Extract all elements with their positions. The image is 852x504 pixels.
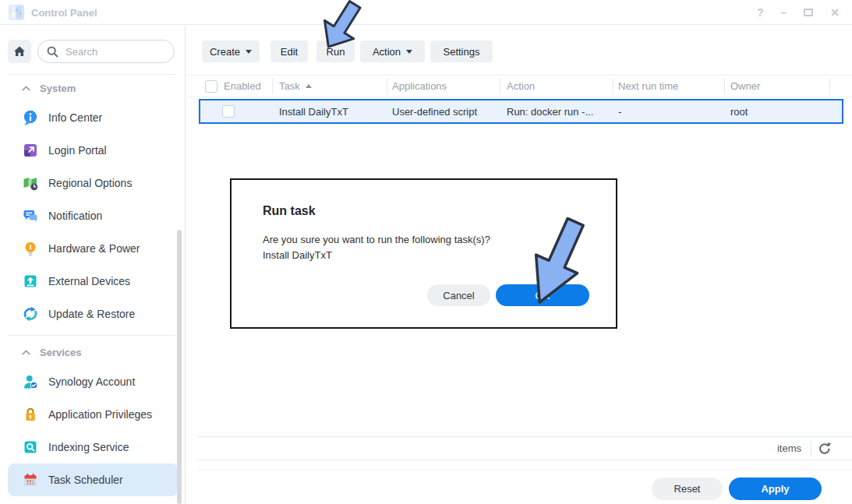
calendar-icon — [22, 471, 39, 488]
sidebar-item-label: Login Portal — [48, 144, 107, 157]
sidebar-divider — [8, 335, 175, 336]
index-search-icon — [22, 439, 39, 456]
chat-bubbles-icon — [22, 207, 39, 224]
help-icon[interactable]: ? — [757, 6, 764, 19]
select-all-checkbox[interactable] — [205, 80, 217, 93]
padlock-icon — [22, 406, 39, 423]
table-row[interactable]: Install DailyTxT User-defined script Run… — [199, 99, 843, 124]
sidebar-item-label: Synology Account — [48, 375, 135, 388]
sidebar-item-application-privileges[interactable]: Application Privileges — [8, 398, 178, 431]
row-owner-cell: root — [730, 106, 748, 118]
row-applications-cell: User-defined script — [392, 106, 477, 118]
column-task[interactable]: Task — [273, 78, 387, 94]
row-next-run-cell: - — [618, 106, 621, 118]
close-icon[interactable]: ✕ — [830, 6, 840, 19]
sidebar-item-hardware-power[interactable]: Hardware & Power — [8, 232, 178, 265]
sidebar-item-login-portal[interactable]: Login Portal — [8, 134, 178, 167]
sidebar-item-external-devices[interactable]: External Devices — [8, 265, 178, 298]
column-label: Owner — [730, 80, 760, 92]
row-action-cell: Run: docker run -... — [507, 106, 593, 118]
refresh-icon[interactable] — [818, 442, 832, 456]
control-panel-icon — [8, 4, 25, 21]
create-button[interactable]: Create — [202, 41, 260, 62]
window-title: Control Panel — [31, 7, 97, 19]
lightbulb-icon — [22, 240, 39, 257]
home-button[interactable] — [8, 40, 31, 63]
sidebar-item-label: Application Privileges — [48, 408, 152, 421]
settings-button[interactable]: Settings — [430, 41, 493, 62]
sidebar-scrollbar[interactable] — [177, 230, 182, 504]
sidebar: System Info Center Login Portal Regional… — [0, 26, 186, 504]
sidebar-item-regional-options[interactable]: Regional Options — [8, 167, 178, 199]
run-button[interactable]: Run — [316, 41, 355, 62]
sidebar-divider — [8, 74, 175, 75]
column-label: Next run time — [618, 80, 678, 92]
footer-divider — [197, 470, 852, 471]
run-task-dialog: Run task Are you sure you want to run th… — [230, 178, 617, 329]
search-input[interactable] — [64, 45, 162, 58]
sidebar-item-task-scheduler[interactable]: Task Scheduler — [8, 463, 178, 496]
sidebar-item-label: Notification — [48, 210, 102, 222]
edit-button[interactable]: Edit — [270, 41, 308, 62]
column-label: Action — [507, 80, 535, 92]
sidebar-item-label: Info Center — [48, 111, 102, 124]
usb-drive-icon — [22, 273, 39, 290]
minimize-icon[interactable]: – — [780, 6, 787, 19]
sidebar-item-label: External Devices — [48, 275, 130, 287]
row-enabled-checkbox[interactable] — [222, 105, 235, 118]
column-label: Enabled — [224, 80, 261, 92]
column-owner[interactable]: Owner — [725, 78, 830, 94]
column-action[interactable]: Action — [500, 78, 613, 94]
map-clock-icon — [22, 174, 39, 192]
sync-arrows-icon — [22, 305, 39, 322]
column-enabled[interactable]: Enabled — [199, 78, 273, 94]
main-panel: Create Edit Run Action Settings Enabled … — [186, 26, 852, 504]
title-bar: Control Panel ? – ✕ — [0, 0, 852, 25]
column-next-run-time[interactable]: Next run time — [613, 78, 725, 94]
action-button[interactable]: Action — [360, 41, 425, 62]
column-label: Task — [279, 80, 300, 92]
home-icon — [13, 45, 26, 58]
sort-ascending-icon — [306, 84, 312, 88]
column-label: Applications — [392, 80, 447, 92]
dropdown-caret-icon — [406, 50, 412, 54]
create-button-label: Create — [210, 46, 240, 58]
footer-divider — [197, 436, 852, 437]
sidebar-item-label: Update & Restore — [48, 308, 135, 320]
user-check-icon — [22, 373, 39, 390]
reset-button[interactable]: Reset — [652, 478, 723, 500]
search-box[interactable] — [37, 40, 175, 63]
footer-divider — [197, 460, 852, 460]
column-applications[interactable]: Applications — [387, 78, 500, 94]
chevron-up-icon — [22, 350, 30, 355]
sidebar-item-indexing-service[interactable]: Indexing Service — [8, 431, 178, 463]
settings-button-label: Settings — [444, 46, 480, 58]
ok-button[interactable]: OK — [496, 284, 589, 306]
section-label: System — [40, 83, 76, 94]
chevron-up-icon — [22, 86, 30, 91]
dialog-task-name: Install DailyTxT — [263, 249, 332, 261]
edit-button-label: Edit — [281, 46, 298, 58]
cancel-button[interactable]: Cancel — [427, 284, 490, 306]
sidebar-item-label: Task Scheduler — [48, 474, 123, 486]
table-header: Enabled Task Applications Action Next ru… — [186, 75, 852, 97]
sidebar-item-label: Hardware & Power — [48, 242, 140, 255]
maximize-icon[interactable] — [804, 9, 813, 16]
sidebar-item-info-center[interactable]: Info Center — [8, 101, 178, 134]
dialog-title: Run task — [263, 204, 316, 218]
footer-separator — [811, 441, 811, 456]
sidebar-item-update-restore[interactable]: Update & Restore — [8, 298, 178, 330]
sidebar-item-label: Regional Options — [48, 177, 132, 189]
dialog-message: Are you sure you want to run the followi… — [263, 234, 490, 245]
section-header-services[interactable]: Services — [0, 345, 82, 359]
action-button-label: Action — [373, 46, 401, 58]
dropdown-caret-icon — [246, 50, 252, 54]
sidebar-item-synology-account[interactable]: Synology Account — [8, 365, 178, 398]
apply-button[interactable]: Apply — [729, 478, 822, 500]
search-icon — [47, 46, 58, 58]
section-header-system[interactable]: System — [0, 81, 76, 95]
info-pin-icon — [22, 109, 39, 126]
section-label: Services — [40, 347, 82, 358]
sidebar-item-label: Indexing Service — [48, 441, 129, 453]
sidebar-item-notification[interactable]: Notification — [8, 199, 178, 232]
